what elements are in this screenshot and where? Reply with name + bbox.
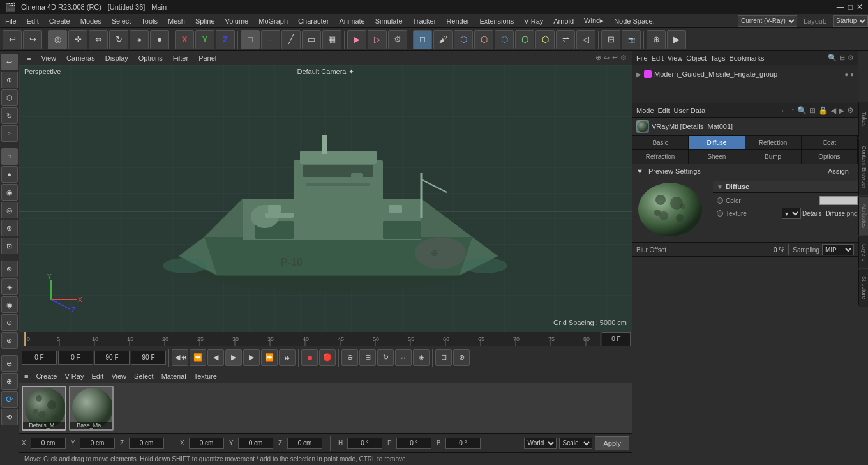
anim-play-all[interactable]: ⊞ — [359, 349, 376, 366]
coord-rx-input[interactable] — [189, 438, 224, 449]
close-btn[interactable]: ✕ — [857, 3, 863, 11]
anim-loop[interactable]: ↻ — [377, 349, 394, 366]
transform-mode-select[interactable]: Scale Move Rotate — [559, 438, 592, 449]
auto-key-btn[interactable]: 🔴 — [319, 349, 336, 366]
vp-display-menu[interactable]: Display — [103, 54, 131, 62]
go-to-start-btn[interactable]: ⏮ — [172, 349, 188, 366]
knife-btn[interactable]: ◁ — [576, 30, 595, 49]
mat-tab-refraction[interactable]: Refraction — [632, 150, 689, 164]
lbtn-s2[interactable]: ◈ — [1, 278, 18, 295]
coord-y-input[interactable] — [80, 438, 115, 449]
render-view-btn[interactable]: ▶ — [347, 30, 366, 49]
vp-options-menu[interactable]: Options — [136, 54, 165, 62]
assign-label[interactable]: Assign — [828, 167, 849, 175]
obj-tags-menu[interactable]: Tags — [710, 54, 725, 62]
poly-mode-btn[interactable]: ▭ — [302, 30, 321, 49]
menu-file[interactable]: File — [0, 14, 22, 27]
coord-rz-input[interactable] — [287, 438, 322, 449]
obj-filter-icon[interactable]: ⊞ — [839, 54, 845, 62]
side-tab-structure[interactable]: Structure — [858, 270, 868, 305]
obj-file-menu[interactable]: File — [636, 54, 648, 62]
texture-dropdown[interactable]: ▾ — [782, 208, 801, 219]
maximize-btn[interactable]: □ — [848, 3, 853, 11]
mat-details-item[interactable]: Details_M... — [22, 386, 66, 431]
tool5-btn[interactable]: ● — [150, 30, 169, 49]
mat-tab-sheen[interactable]: Sheen — [689, 150, 745, 164]
lbtn-s4[interactable]: ⊙ — [1, 314, 18, 331]
obj-view-menu[interactable]: View — [668, 54, 683, 62]
texture-radio[interactable] — [717, 210, 723, 217]
side-tab-attributes[interactable]: Attributes — [858, 197, 868, 236]
menu-simulate[interactable]: Simulate — [370, 14, 408, 27]
menu-select[interactable]: Select — [107, 14, 137, 27]
color-swatch[interactable] — [819, 196, 858, 205]
diffuse-collapse-icon[interactable]: ▼ — [717, 183, 723, 190]
axis-z-btn[interactable]: Z — [216, 30, 235, 49]
menu-volume[interactable]: Volume — [220, 14, 254, 27]
menu-arnold[interactable]: Arnold — [548, 14, 579, 27]
prev-keyframe-btn[interactable]: ⏪ — [190, 349, 206, 366]
node-space-select[interactable]: Current (V-Ray) — [738, 15, 797, 27]
mat-select[interactable]: Select — [131, 372, 156, 380]
menu-character[interactable]: Character — [293, 14, 334, 27]
step-back-btn[interactable]: ◀ — [207, 349, 224, 366]
lbtn-t4[interactable]: ⟲ — [1, 409, 18, 425]
menu-vray[interactable]: V-Ray — [519, 14, 548, 27]
uv-mode-btn[interactable]: ▦ — [322, 30, 341, 49]
mat-details-thumb[interactable]: Details_M... — [22, 386, 66, 431]
timeline-collapse[interactable] — [19, 332, 24, 346]
minimize-btn[interactable]: — — [837, 3, 844, 11]
anim-bounce[interactable]: ◈ — [413, 349, 430, 366]
snap-btn[interactable]: ⊕ — [647, 30, 666, 49]
lbtn-mode5[interactable]: ⊛ — [1, 220, 18, 236]
move-btn[interactable]: ✛ — [68, 30, 87, 49]
attr-userdata-menu[interactable]: User Data — [674, 107, 706, 114]
vp-view-menu[interactable]: View — [38, 54, 59, 62]
go-to-end-btn[interactable]: ⏭ — [279, 349, 296, 366]
mat-view[interactable]: View — [108, 372, 129, 380]
menu-mesh[interactable]: Mesh — [163, 14, 190, 27]
side-tab-layers[interactable]: Layers — [858, 237, 868, 269]
attr-lock-icon[interactable]: 🔒 — [818, 106, 828, 115]
side-tab-content[interactable]: Content Browser — [858, 139, 868, 196]
mat-menu-icon[interactable]: ≡ — [22, 372, 31, 380]
menu-extensions[interactable]: Extensions — [474, 14, 519, 27]
cube-front-btn[interactable]: □ — [413, 30, 432, 49]
live-selection-btn[interactable]: ◎ — [48, 30, 67, 49]
lbtn-mode6[interactable]: ⊡ — [1, 238, 18, 254]
obj-settings-icon[interactable]: ⚙ — [848, 54, 854, 62]
vp-filter-menu[interactable]: Filter — [170, 54, 191, 62]
redo-btn[interactable]: ↪ — [23, 30, 42, 49]
vp-panel-menu[interactable]: Panel — [196, 54, 219, 62]
scale-btn[interactable]: ⇔ — [89, 30, 108, 49]
timeline-ruler[interactable]: 0 5 10 15 20 25 — [24, 332, 600, 346]
mat-create[interactable]: Create — [33, 372, 59, 380]
play-btn[interactable]: ▶ — [225, 349, 242, 366]
menu-tracker[interactable]: Tracker — [408, 14, 442, 27]
magnet-btn[interactable]: ▶ — [667, 30, 686, 49]
anim-mode-btn[interactable]: ⊕ — [341, 349, 358, 366]
render-settings-btn[interactable]: ⚙ — [388, 30, 407, 49]
vp-expand-btn[interactable]: ⊕ — [595, 54, 601, 62]
lbtn-2[interactable]: ⊕ — [1, 72, 18, 88]
menu-nodespace[interactable]: Node Space: — [609, 14, 660, 27]
undo-btn[interactable]: ↩ — [3, 30, 22, 49]
step-fwd-btn[interactable]: ▶ — [243, 349, 260, 366]
coord-p-input[interactable] — [396, 438, 431, 449]
frame-current-input[interactable] — [58, 351, 93, 365]
lbtn-mode1[interactable]: □ — [1, 148, 18, 165]
coord-z-input[interactable] — [129, 438, 164, 449]
mat-material[interactable]: Material — [159, 372, 189, 380]
attr-back-icon[interactable]: ← — [781, 106, 788, 115]
menu-spline[interactable]: Spline — [190, 14, 220, 27]
array-btn[interactable]: ⬡ — [515, 30, 534, 49]
coord-ry-input[interactable] — [238, 438, 273, 449]
axis-y-btn[interactable]: Y — [195, 30, 214, 49]
lbtn-s5[interactable]: ⊛ — [1, 332, 18, 349]
color-radio[interactable] — [717, 197, 723, 204]
menu-render[interactable]: Render — [441, 14, 474, 27]
preview-collapse-icon[interactable]: ▼ — [636, 167, 643, 175]
render-btn[interactable]: ▷ — [368, 30, 387, 49]
frame-start-input[interactable] — [22, 351, 57, 365]
attr-edit-menu[interactable]: Edit — [658, 107, 670, 114]
